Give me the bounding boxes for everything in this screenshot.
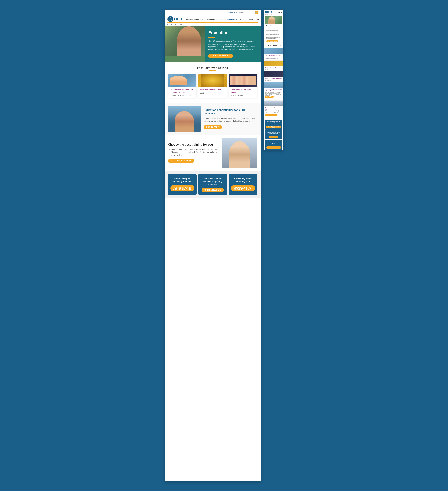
sidebar-card-4[interactable]: Education opportunities for all HEU memb… xyxy=(264,82,283,101)
sidebar-card-name-2: Truth and Reconciliation xyxy=(264,67,283,68)
nav-education[interactable]: Education ▾ xyxy=(226,18,238,21)
workshop-body-3: Know and Enforce Your Rights Steward Tra… xyxy=(229,87,257,98)
sidebar-card-tag-2: Equity xyxy=(264,69,283,70)
nav-about[interactable]: About ▾ xyxy=(247,18,255,21)
site-logo: HEU HEU xyxy=(167,16,182,22)
sidebar-fund-card-2[interactable]: Education Fund for Facilities Bargaining… xyxy=(265,130,282,140)
sidebar-card-tag-4: Build your leadership, advocacy and orga… xyxy=(264,92,283,96)
featured-workshops-divider xyxy=(210,70,216,71)
nav-news[interactable]: News ▾ xyxy=(239,18,247,21)
fund-cta-3[interactable]: FOR MEMBERS IN COMMUNITY HEALTH xyxy=(231,185,255,191)
fund-card-1[interactable]: Bursaries for post-secondary education F… xyxy=(168,174,197,195)
sidebar-card-image-2 xyxy=(264,61,283,66)
see-all-workshops-button[interactable]: SEE ALL WORKSHOPS xyxy=(208,54,233,58)
hero-title: Education xyxy=(208,30,257,35)
featured-workshops-section: FEATURED WORKSHOPS OH&S Introduction for… xyxy=(165,62,261,103)
workshop-tag-1: Occupational Health and Safety xyxy=(170,94,195,96)
breadcrumb-current: Education xyxy=(175,24,182,25)
fund-title-1: Bursaries for post-secondary education xyxy=(170,177,194,183)
workshop-body-2: Truth and Reconciliation Equity xyxy=(198,87,227,95)
sidebar-card-3[interactable]: Know and Enforce Your Rights Steward Tra… xyxy=(264,71,283,82)
sidebar-edu-desc: The HEU education department's top prior… xyxy=(265,28,282,39)
sidebar-featured-divider xyxy=(272,47,275,47)
breadcrumb-home[interactable]: Home xyxy=(167,24,172,25)
sidebar-card-2[interactable]: Truth and Reconciliation Equity xyxy=(264,61,283,71)
workshop-card-1[interactable]: OH&S Introduction for JOHS Committee mem… xyxy=(168,74,196,98)
training-person-image xyxy=(222,138,257,168)
site-header: Contact HEU 🔍 HEU HEU Collective Agreeme… xyxy=(165,10,261,23)
search-button[interactable]: 🔍 xyxy=(255,11,258,14)
nav-member-resources[interactable]: Member Resources ▾ xyxy=(206,18,225,21)
edu-title: Education opportunities for all HEU memb… xyxy=(204,108,257,115)
sidebar-header: HEU MENU Home / Education Education The … xyxy=(264,10,283,44)
header-top: Contact HEU 🔍 xyxy=(167,11,258,15)
sidebar-fund-card-1[interactable]: Bursaries for post-secondary education F… xyxy=(265,120,282,130)
workshop-name-2: Truth and Reconciliation xyxy=(200,89,225,91)
nav-collective[interactable]: Collective Agreements ▾ xyxy=(184,18,206,21)
sidebar-how-to-apply-button[interactable]: HOW TO APPLY xyxy=(265,96,274,98)
workshop-image-2 xyxy=(198,74,227,87)
main-nav: HEU HEU Collective Agreements ▾ Member R… xyxy=(167,15,258,23)
sidebar-card-name-1: OH&S Introduction for JOHS Committee mem… xyxy=(264,55,283,58)
sidebar: HEU MENU Home / Education Education The … xyxy=(264,10,283,150)
contact-link[interactable]: Contact HEU xyxy=(226,12,237,14)
sidebar-card-5[interactable]: Choose the best training for you Get act… xyxy=(264,101,283,119)
fund-cta-2[interactable]: FOR FBA MEMBERS xyxy=(201,188,224,192)
sidebar-fund-btn-3[interactable]: FOR MEMBERS IN COMMUNITY HEALTH xyxy=(266,146,281,149)
sidebar-fund-title-2: Education Fund for Facilities Bargaining… xyxy=(266,132,281,134)
see-training-options-button[interactable]: SEE TRAINING OPTIONS xyxy=(168,159,194,163)
workshop-tag-3: Steward Training xyxy=(230,94,256,96)
sidebar-card-1[interactable]: OH&S Introduction for JOHS Committee mem… xyxy=(264,48,283,61)
hero-content: Education The HEU education department's… xyxy=(205,26,260,62)
featured-workshops-title: FEATURED WORKSHOPS xyxy=(168,67,257,69)
sidebar-wrapper: HEU MENU Home / Education Education The … xyxy=(264,10,283,481)
main-content: Contact HEU 🔍 HEU HEU Collective Agreeme… xyxy=(165,10,261,481)
workshop-card-2[interactable]: Truth and Reconciliation Equity xyxy=(198,74,227,98)
sidebar-training-options-button[interactable]: SEE TRAINING OPTIONS xyxy=(265,114,277,116)
sidebar-card-image-3 xyxy=(264,71,283,77)
edu-opportunities-section: Education opportunities for all HEU memb… xyxy=(165,103,261,135)
sidebar-fund-btn-2[interactable]: FOR FBA MEMBERS xyxy=(269,136,278,138)
hero-person-photo xyxy=(165,26,205,56)
sidebar-fund-card-3[interactable]: Community Health Retraining Fund FOR MEM… xyxy=(265,140,282,150)
sidebar-fund-btn-1[interactable]: FOR HEU MEMBERS AND THEIR FAMILIES xyxy=(266,126,281,128)
search-bar: 🔍 xyxy=(238,11,258,14)
funds-section: Bursaries for post-secondary education F… xyxy=(165,171,261,198)
sidebar-logo: HEU xyxy=(265,11,272,13)
training-title: Choose the best training for you xyxy=(168,143,218,146)
fund-cta-1[interactable]: FOR HEU MEMBERS AND THEIR FAMILIES xyxy=(170,185,194,191)
sidebar-see-all-button[interactable]: SEE ALL WORKSHOPS xyxy=(266,40,278,42)
sidebar-card-image-1 xyxy=(264,48,283,54)
edu-person-image xyxy=(168,106,201,132)
fund-card-3[interactable]: Community Health Retraining Fund FOR MEM… xyxy=(229,174,257,195)
workshop-card-3[interactable]: Know and Enforce Your Rights Steward Tra… xyxy=(229,74,257,98)
workshop-name-1: OH&S Introduction for JOHS Committee mem… xyxy=(170,89,195,93)
training-content: Choose the best training for you Get act… xyxy=(168,143,218,163)
search-input[interactable] xyxy=(238,11,255,14)
workshop-tag-2: Equity xyxy=(200,92,225,94)
fund-title-2: Education Fund for Facilities Bargaining… xyxy=(201,177,225,186)
sidebar-card-tag-1: Occupational Health and Safety xyxy=(264,58,283,59)
sidebar-card-name-3: Know and Enforce Your Rights xyxy=(264,78,283,79)
sidebar-edu-divider xyxy=(266,27,270,28)
fund-card-2[interactable]: Education Fund for Facilities Bargaining… xyxy=(198,174,227,195)
svg-text:HEU: HEU xyxy=(169,19,172,20)
sidebar-logo-icon xyxy=(265,11,268,13)
edu-description: Build your leadership, advocacy and orga… xyxy=(204,117,257,123)
fund-title-3: Community Health Retraining Fund xyxy=(231,177,255,183)
sidebar-fund-title-1: Bursaries for post-secondary education xyxy=(266,121,281,124)
workshop-image-1 xyxy=(168,74,196,87)
nav-join[interactable]: Join ▾ xyxy=(256,18,263,21)
hero-image xyxy=(165,26,205,62)
logo-text: HEU xyxy=(174,17,182,21)
how-to-apply-button[interactable]: HOW TO APPLY xyxy=(204,125,222,129)
training-description: Get active in your local, network at a c… xyxy=(168,148,218,157)
sidebar-menu-button[interactable]: MENU xyxy=(278,11,282,13)
workshop-body-1: OH&S Introduction for JOHS Committee mem… xyxy=(168,87,196,98)
sidebar-card-image-5 xyxy=(264,101,283,106)
sidebar-top-bar: HEU MENU xyxy=(265,11,282,13)
sidebar-logo-text: HEU xyxy=(268,11,272,13)
workshop-name-3: Know and Enforce Your Rights xyxy=(230,89,256,93)
breadcrumb: Home / Education xyxy=(165,23,261,26)
workshop-image-3 xyxy=(229,74,257,87)
